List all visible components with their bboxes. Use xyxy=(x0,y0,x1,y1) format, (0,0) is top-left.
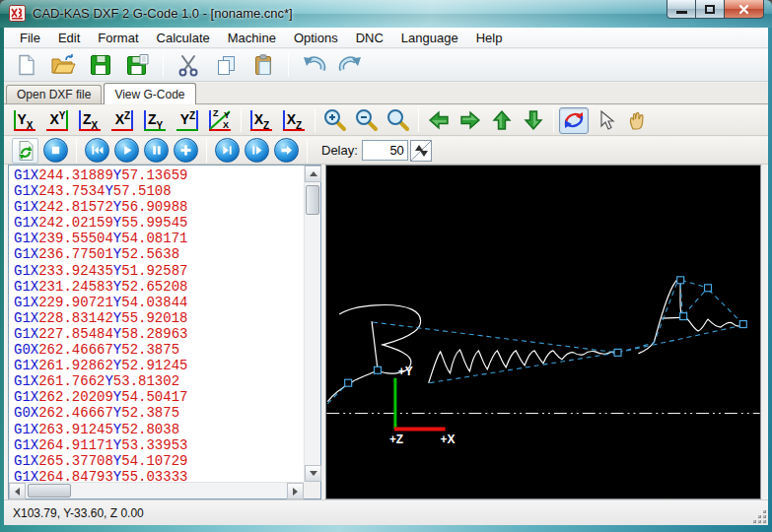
zoom-out-button[interactable] xyxy=(352,107,382,134)
vertical-scroll-thumb[interactable] xyxy=(306,185,319,215)
copy-icon xyxy=(214,53,238,77)
tab-bar: Open DXF fileView G-Code xyxy=(4,83,768,104)
tab-open-dxf-file[interactable]: Open DXF file xyxy=(6,85,102,103)
view-y-x[interactable]: YX xyxy=(10,107,40,134)
menu-item-calculate[interactable]: Calculate xyxy=(148,29,219,47)
view-x-z-front[interactable]: XZ xyxy=(246,107,277,134)
gcode-line: G1X242.81572Y56.90988 xyxy=(14,199,303,215)
scroll-up-button[interactable] xyxy=(305,166,321,182)
title-bar[interactable]: CAD-KAS DXF 2 G-Code 1.0 - [noname.cnc*] xyxy=(0,0,772,28)
play-button[interactable] xyxy=(114,138,139,163)
view-y-z[interactable]: YZ xyxy=(173,107,203,134)
scroll-right-button[interactable] xyxy=(287,483,304,499)
status-bar: X103.79, Y-33.60, Z 0.00 xyxy=(4,499,768,525)
view-x-y[interactable]: XY xyxy=(42,107,73,134)
new-file-button[interactable] xyxy=(10,51,41,79)
go-end-button[interactable] xyxy=(274,138,299,163)
scroll-right-icon xyxy=(293,488,298,496)
preview-canvas[interactable]: +Y +Z +X xyxy=(325,165,761,499)
rapid-move-lines xyxy=(327,280,743,403)
undo-button[interactable] xyxy=(298,51,329,79)
plus-button[interactable] xyxy=(174,138,198,163)
tab-view-g-code[interactable]: View G-Code xyxy=(104,83,195,104)
vertical-scrollbar[interactable] xyxy=(304,166,320,482)
menu-item-machine[interactable]: Machine xyxy=(219,29,285,47)
save-as-button[interactable] xyxy=(122,51,154,79)
maximize-button[interactable] xyxy=(696,0,725,19)
menu-item-help[interactable]: Help xyxy=(467,29,512,47)
pan-down-button[interactable] xyxy=(519,107,548,134)
toolbar-separator xyxy=(315,108,316,132)
save-button[interactable] xyxy=(85,51,116,79)
view-x-z-back[interactable]: XZ xyxy=(279,107,310,134)
pan-left-button[interactable] xyxy=(424,107,454,134)
gcode-line: G0X262.46667Y52.3875 xyxy=(14,342,303,358)
pan-up-button[interactable] xyxy=(487,107,517,134)
menu-item-options[interactable]: Options xyxy=(285,29,347,47)
scroll-left-icon xyxy=(15,488,20,496)
pointer-tool-button[interactable] xyxy=(591,107,620,134)
toolbar-separator xyxy=(163,53,164,77)
gcode-editor[interactable]: G1X244.31889Y57.13659G1X243.7534Y57.5108… xyxy=(10,166,303,481)
menu-item-edit[interactable]: Edit xyxy=(49,29,89,47)
rotate-tool-button[interactable] xyxy=(559,107,589,134)
step-play-button[interactable] xyxy=(245,138,269,163)
cut-icon xyxy=(176,53,200,77)
spin-down-icon[interactable] xyxy=(420,151,428,157)
delay-spinner[interactable] xyxy=(410,140,432,162)
stop-icon xyxy=(44,138,67,163)
menu-item-dnc[interactable]: DNC xyxy=(347,29,392,47)
stop-button[interactable] xyxy=(43,138,68,163)
pause-button[interactable] xyxy=(144,138,169,163)
rewind-start-button[interactable] xyxy=(85,138,109,163)
pan-hand-tool-button[interactable] xyxy=(622,107,652,134)
cut-button[interactable] xyxy=(173,51,204,79)
copy-button[interactable] xyxy=(210,51,242,79)
toolbar-separator xyxy=(206,139,207,163)
pan-down-icon xyxy=(523,109,544,131)
resize-grip[interactable] xyxy=(753,510,766,523)
position-readout: X103.79, Y-33.60, Z 0.00 xyxy=(13,506,144,520)
zoom-fit-icon xyxy=(386,107,411,133)
view-z-x[interactable]: ZX xyxy=(75,107,105,134)
view-z-y[interactable]: ZY xyxy=(140,107,171,134)
gcode-line: G1X262.20209Y54.50417 xyxy=(14,389,303,405)
gcode-line: G1X229.90721Y54.03844 xyxy=(14,295,303,310)
gcode-line: G1X236.77501Y52.5638 xyxy=(14,246,303,262)
gcode-line: G1X228.83142Y55.92018 xyxy=(14,310,303,326)
horizontal-scroll-thumb[interactable] xyxy=(28,484,71,498)
zoom-out-icon xyxy=(354,107,380,133)
regenerate-button[interactable] xyxy=(12,138,38,164)
minimize-button[interactable] xyxy=(667,0,696,19)
paste-button[interactable] xyxy=(247,51,279,79)
pan-right-button[interactable] xyxy=(456,107,485,134)
scroll-down-button[interactable] xyxy=(305,465,321,482)
view-x-z[interactable]: XZ xyxy=(107,107,138,134)
redo-icon xyxy=(338,54,364,76)
close-button[interactable] xyxy=(725,0,764,19)
scroll-left-button[interactable] xyxy=(9,483,26,499)
zoom-fit-button[interactable] xyxy=(384,107,413,134)
close-icon xyxy=(738,4,749,15)
step-next-button[interactable] xyxy=(215,138,240,163)
gcode-panel: G1X244.31889Y57.13659G1X243.7534Y57.5108… xyxy=(8,165,321,499)
menu-item-file[interactable]: File xyxy=(11,29,49,47)
redo-button[interactable] xyxy=(335,51,367,79)
minimize-icon xyxy=(676,11,687,14)
delay-input[interactable] xyxy=(362,140,408,161)
zoom-in-button[interactable] xyxy=(320,107,350,134)
view-toolbar: YX XY ZX XZ ZY YZ Z Y X XZ XZ xyxy=(4,105,768,136)
open-file-button[interactable] xyxy=(47,51,79,79)
gcode-line: G1X263.91245Y52.8038 xyxy=(14,422,303,437)
app-window: CAD-KAS DXF 2 G-Code 1.0 - [noname.cnc*]… xyxy=(0,0,772,532)
maximize-icon xyxy=(705,5,715,14)
open-file-icon xyxy=(50,53,76,77)
regenerate-icon xyxy=(15,140,36,162)
menu-item-format[interactable]: Format xyxy=(89,29,147,47)
pan-up-icon xyxy=(491,109,513,131)
view-3d[interactable]: Z Y X xyxy=(205,107,236,134)
horizontal-scrollbar[interactable] xyxy=(9,482,304,499)
playback-toolbar: Delay: xyxy=(4,137,768,165)
menu-item-language[interactable]: Language xyxy=(392,29,467,47)
gcode-line: G0X262.46667Y52.3875 xyxy=(14,405,303,421)
